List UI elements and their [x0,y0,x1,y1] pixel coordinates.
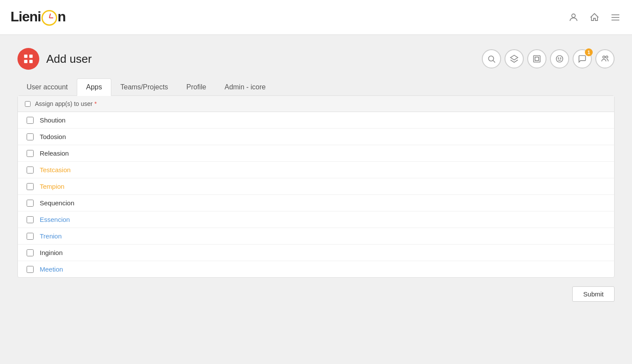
app-name-testcasion: Testcasion [40,166,71,173]
app-name-meetion: Meetion [40,265,63,273]
app-name-essencion: Essencion [40,216,70,223]
menu-icon[interactable] [609,11,622,24]
svg-point-8 [488,56,494,61]
tab-profile[interactable]: Profile [177,78,215,96]
app-name-releasion: Releasion [40,150,69,157]
svg-rect-7 [29,60,33,63]
app-checkbox-inginion[interactable] [27,249,34,256]
app-checkbox-tempion[interactable] [27,183,34,190]
submit-row: Submit [17,278,615,302]
app-row-tempion: Tempion [18,178,614,195]
home-icon[interactable] [588,11,601,24]
app-row-releasion: Releasion [18,145,614,162]
assign-header: Assign app(s) to user * [18,96,614,112]
user-icon[interactable] [567,11,580,24]
tab-apps[interactable]: Apps [77,78,111,96]
app-row-todosion: Todosion [18,129,614,145]
main-content: Add user [0,35,632,364]
page-title-area: Add user [17,48,92,70]
required-marker: * [94,100,96,107]
header: Lienin [0,0,632,35]
svg-point-14 [558,58,559,59]
svg-rect-6 [24,60,27,63]
app-checkbox-shoution[interactable] [27,117,34,124]
team-toolbar-btn[interactable] [595,49,615,68]
app-row-inginion: Inginion [18,245,614,261]
app-checkbox-meetion[interactable] [27,266,34,273]
app-name-inginion: Inginion [40,249,63,256]
app-checkbox-todosion[interactable] [27,133,34,140]
app-checkbox-sequencion[interactable] [27,200,34,207]
page-title: Add user [46,52,92,66]
app-name-shoution: Shoution [40,116,65,124]
svg-marker-10 [511,55,518,60]
tab-admin-icore[interactable]: Admin - icore [215,78,275,96]
assign-all-checkbox[interactable] [25,101,31,107]
submit-button[interactable]: Submit [572,286,615,302]
logo-text-after: n [58,9,66,24]
svg-rect-5 [29,54,33,58]
layers-toolbar-btn[interactable] [505,49,524,68]
chat-toolbar-btn[interactable]: 1 [573,49,592,68]
logo[interactable]: Lienin [10,9,65,26]
svg-point-17 [606,56,608,58]
emoji-toolbar-btn[interactable] [550,49,569,68]
svg-point-15 [560,58,561,59]
svg-rect-12 [535,57,539,61]
app-checkbox-releasion[interactable] [27,150,34,157]
logo-text-before: Lieni [10,9,41,24]
app-row-trenion: Trenion [18,228,614,245]
svg-point-13 [556,56,563,62]
svg-line-9 [493,61,495,63]
apps-card: Assign app(s) to user * Shoution Todosio… [17,95,615,278]
app-name-sequencion: Sequencion [40,199,74,207]
app-checkbox-essencion[interactable] [27,216,34,223]
tab-teams-projects[interactable]: Teams/Projects [111,78,177,96]
app-row-essencion: Essencion [18,211,614,228]
app-name-todosion: Todosion [40,133,66,140]
tabs: User account Apps Teams/Projects Profile… [17,78,615,96]
app-checkbox-testcasion[interactable] [27,167,34,173]
app-name-trenion: Trenion [40,232,62,240]
app-row-sequencion: Sequencion [18,195,614,211]
svg-point-16 [603,56,605,58]
svg-rect-4 [24,54,27,58]
assign-header-label: Assign app(s) to user * [35,100,97,107]
header-icons [567,11,622,24]
chat-badge: 1 [585,48,593,56]
svg-point-0 [572,14,575,17]
app-row-meetion: Meetion [18,261,614,277]
svg-rect-11 [534,56,540,62]
app-row-testcasion: Testcasion [18,162,614,178]
app-name-tempion: Tempion [40,183,65,190]
clock-logo-icon [41,10,57,26]
search-toolbar-btn[interactable] [482,49,501,68]
app-row-shoution: Shoution [18,112,614,129]
frame-toolbar-btn[interactable] [527,49,546,68]
page-header: Add user [17,48,615,70]
toolbar-icons: 1 [482,49,615,68]
tab-user-account[interactable]: User account [17,78,77,96]
page-icon [17,48,39,70]
app-checkbox-trenion[interactable] [27,233,34,240]
